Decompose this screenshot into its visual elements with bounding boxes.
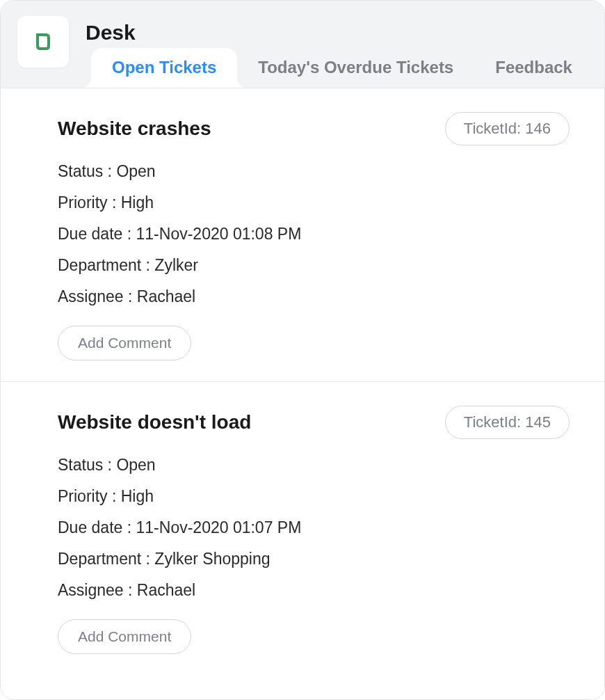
app-title: Desk (86, 21, 136, 45)
ticket-id-prefix: TicketId (464, 120, 517, 137)
ticket-item: Website doesn't load TicketId: 145 Statu… (1, 382, 604, 675)
ticket-id-badge: TicketId: 146 (445, 112, 570, 145)
ticket-department: Department : Zylker (58, 256, 570, 275)
app-container: Desk Open Tickets Today's Overdue Ticket… (0, 0, 605, 700)
ticket-fields: Status : Open Priority : High Due date :… (58, 456, 570, 600)
ticket-due-date: Due date : 11-Nov-2020 01:08 PM (58, 225, 570, 244)
ticket-department: Department : Zylker Shopping (58, 550, 570, 568)
app-icon-box (17, 16, 69, 67)
ticket-fields: Status : Open Priority : High Due date :… (58, 162, 570, 306)
ticket-priority: Priority : High (58, 193, 570, 212)
ticket-item: Website crashes TicketId: 146 Status : O… (1, 88, 604, 382)
tabs: Open Tickets Today's Overdue Tickets Fee… (91, 48, 588, 88)
ticket-list: Website crashes TicketId: 146 Status : O… (1, 88, 604, 699)
ticket-id-value: 146 (525, 120, 551, 137)
ticket-header: Website crashes TicketId: 146 (58, 112, 570, 145)
ticket-header: Website doesn't load TicketId: 145 (58, 406, 570, 439)
desk-icon (31, 29, 56, 54)
add-comment-button[interactable]: Add Comment (58, 619, 191, 654)
ticket-status: Status : Open (58, 456, 570, 475)
tab-open-tickets[interactable]: Open Tickets (91, 48, 237, 88)
add-comment-button[interactable]: Add Comment (58, 326, 191, 360)
ticket-id-badge: TicketId: 145 (445, 406, 570, 439)
ticket-assignee: Assignee : Rachael (58, 287, 570, 306)
header-divider (1, 88, 604, 88)
ticket-priority: Priority : High (58, 487, 570, 506)
ticket-assignee: Assignee : Rachael (58, 581, 570, 600)
ticket-status: Status : Open (58, 162, 570, 181)
ticket-due-date: Due date : 11-Nov-2020 01:07 PM (58, 518, 570, 537)
tab-overdue-tickets[interactable]: Today's Overdue Tickets (237, 48, 474, 88)
header: Desk Open Tickets Today's Overdue Ticket… (1, 1, 604, 88)
ticket-id-value: 145 (525, 413, 551, 431)
tab-feedback[interactable]: Feedback (474, 48, 593, 88)
ticket-title: Website doesn't load (58, 411, 251, 433)
ticket-title: Website crashes (58, 118, 211, 140)
ticket-id-prefix: TicketId (464, 413, 517, 431)
